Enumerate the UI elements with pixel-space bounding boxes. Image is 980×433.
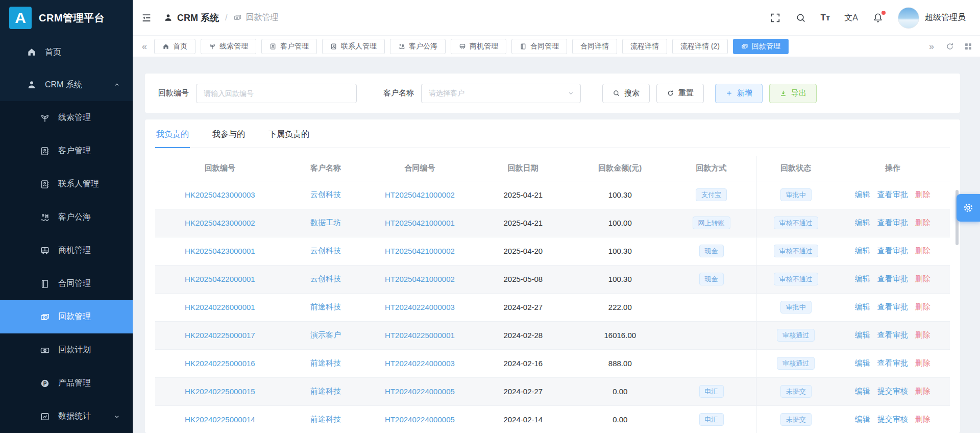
tab-process-detail[interactable]: 流程详情	[622, 39, 667, 54]
reset-button[interactable]: 重置	[656, 84, 704, 103]
search-button[interactable]: 搜索	[602, 84, 650, 103]
export-button[interactable]: 导出	[769, 84, 817, 103]
tab-payments[interactable]: 回款管理	[733, 39, 789, 54]
customer-link[interactable]: 前途科技	[310, 358, 341, 367]
row-action-view-approval[interactable]: 查看审批	[877, 302, 908, 311]
add-button[interactable]: 新增	[715, 84, 763, 103]
row-action-delete[interactable]: 删除	[915, 274, 930, 283]
customer-link[interactable]: 云创科技	[310, 190, 341, 199]
hamburger-icon[interactable]	[141, 12, 152, 23]
tab-home[interactable]: 首页	[154, 39, 195, 54]
user-menu[interactable]: 超级管理员	[898, 7, 966, 29]
sidebar-item-statistics[interactable]: 数据统计	[0, 400, 133, 433]
row-action-submit-review[interactable]: 提交审核	[877, 415, 908, 423]
row-action-delete[interactable]: 删除	[915, 387, 930, 395]
sidebar-item-home[interactable]: 首页	[0, 36, 133, 68]
row-action-edit[interactable]: 编辑	[855, 387, 870, 395]
tab-process-detail-2[interactable]: 流程详情 (2)	[672, 39, 728, 54]
customer-link[interactable]: 前途科技	[310, 415, 341, 423]
sidebar-item-contacts[interactable]: 联系人管理	[0, 167, 133, 201]
sidebar-item-payments[interactable]: 回款管理	[0, 300, 133, 333]
row-action-edit[interactable]: 编辑	[855, 330, 870, 339]
table-row: HK20250423000001云创科技HT202504210000022025…	[155, 237, 950, 265]
row-action-edit[interactable]: 编辑	[855, 415, 870, 423]
contract-no-link[interactable]: HT20250421000002	[385, 190, 455, 199]
receipt-no-link[interactable]: HK20240226000001	[185, 303, 255, 311]
bell-icon[interactable]	[872, 12, 884, 23]
row-action-submit-review[interactable]: 提交审核	[877, 387, 908, 395]
search-icon[interactable]	[795, 12, 806, 23]
contract-no-link[interactable]: HT20250421000002	[385, 275, 455, 283]
receipt-no-link[interactable]: HK20250423000002	[185, 219, 255, 227]
row-action-delete[interactable]: 删除	[915, 190, 930, 199]
row-action-view-approval[interactable]: 查看审批	[877, 218, 908, 227]
sidebar-item-products[interactable]: P 产品管理	[0, 367, 133, 400]
customer-link[interactable]: 云创科技	[310, 274, 341, 283]
row-action-delete[interactable]: 删除	[915, 330, 930, 339]
sidebar-item-opportunities[interactable]: 商机管理	[0, 234, 133, 267]
row-action-delete[interactable]: 删除	[915, 415, 930, 423]
sidebar-item-customers[interactable]: 客户管理	[0, 134, 133, 167]
receipt-no-input[interactable]	[196, 84, 357, 103]
row-action-view-approval[interactable]: 查看审批	[877, 358, 908, 367]
tab-subordinate[interactable]: 下属负责的	[267, 129, 310, 148]
customer-link[interactable]: 前途科技	[310, 387, 341, 395]
customer-select[interactable]: 请选择客户	[421, 84, 581, 103]
customer-link[interactable]: 数据工坊	[310, 218, 341, 227]
row-action-view-approval[interactable]: 查看审批	[877, 246, 908, 255]
row-action-delete[interactable]: 删除	[915, 358, 930, 367]
fullscreen-icon[interactable]	[770, 12, 781, 23]
grid-icon[interactable]	[964, 42, 973, 51]
translate-icon[interactable]: 文A	[844, 14, 858, 22]
tab-my-responsible[interactable]: 我负责的	[155, 129, 190, 148]
refresh-icon[interactable]	[945, 42, 954, 51]
tab-contacts[interactable]: 联系人管理	[322, 39, 385, 54]
sidebar-group-crm[interactable]: CRM 系统	[0, 68, 133, 101]
receipt-no-link[interactable]: HK20240225000014	[185, 415, 255, 424]
tab-contract-detail[interactable]: 合同详情	[572, 39, 617, 54]
row-action-edit[interactable]: 编辑	[855, 274, 870, 283]
row-action-edit[interactable]: 编辑	[855, 302, 870, 311]
row-action-edit[interactable]: 编辑	[855, 218, 870, 227]
tabs-scroll-right[interactable]: »	[927, 42, 936, 51]
customer-link[interactable]: 演示客户	[310, 330, 341, 339]
contract-no-link[interactable]: HT20250421000002	[385, 247, 455, 255]
customer-link[interactable]: 云创科技	[310, 246, 341, 255]
font-size-icon[interactable]: Tт	[821, 13, 830, 22]
receipt-no-link[interactable]: HK20250423000001	[185, 247, 255, 255]
row-action-edit[interactable]: 编辑	[855, 190, 870, 199]
row-action-delete[interactable]: 删除	[915, 246, 930, 255]
tab-opportunities[interactable]: 商机管理	[451, 39, 506, 54]
breadcrumb-root[interactable]: CRM 系统	[163, 12, 219, 24]
receipt-no-link[interactable]: HK20240225000017	[185, 331, 255, 340]
row-action-view-approval[interactable]: 查看审批	[877, 330, 908, 339]
tab-contracts[interactable]: 合同管理	[511, 39, 567, 54]
contract-no-link[interactable]: HT20240224000005	[385, 387, 455, 396]
receipt-no-link[interactable]: HK20240225000016	[185, 359, 255, 368]
contract-no-link[interactable]: HT20250421000001	[385, 219, 455, 227]
row-action-edit[interactable]: 编辑	[855, 246, 870, 255]
tab-leads[interactable]: 线索管理	[201, 39, 256, 54]
sidebar-item-payment-plans[interactable]: 回款计划	[0, 333, 133, 367]
row-action-view-approval[interactable]: 查看审批	[877, 274, 908, 283]
sidebar-item-leads[interactable]: 线索管理	[0, 101, 133, 134]
row-action-delete[interactable]: 删除	[915, 302, 930, 311]
contract-no-link[interactable]: HT20240225000001	[385, 331, 455, 340]
row-action-view-approval[interactable]: 查看审批	[877, 190, 908, 199]
contract-no-link[interactable]: HT20240224000005	[385, 415, 455, 424]
tabs-scroll-left[interactable]: «	[140, 42, 149, 51]
contract-no-link[interactable]: HT20240224000003	[385, 303, 455, 311]
sidebar-item-public-pool[interactable]: 客户公海	[0, 201, 133, 234]
receipt-no-link[interactable]: HK20240225000015	[185, 387, 255, 396]
contract-no-link[interactable]: HT20240224000003	[385, 359, 455, 368]
customer-link[interactable]: 前途科技	[310, 302, 341, 311]
row-action-edit[interactable]: 编辑	[855, 358, 870, 367]
row-action-delete[interactable]: 删除	[915, 218, 930, 227]
receipt-no-link[interactable]: HK20250423000003	[185, 190, 255, 199]
tab-public-pool[interactable]: 客户公海	[390, 39, 446, 54]
tab-my-participated[interactable]: 我参与的	[211, 129, 246, 148]
settings-fab[interactable]	[957, 194, 980, 222]
sidebar-item-contracts[interactable]: 合同管理	[0, 267, 133, 300]
receipt-no-link[interactable]: HK20250422000001	[185, 275, 255, 283]
tab-customers[interactable]: 客户管理	[261, 39, 317, 54]
